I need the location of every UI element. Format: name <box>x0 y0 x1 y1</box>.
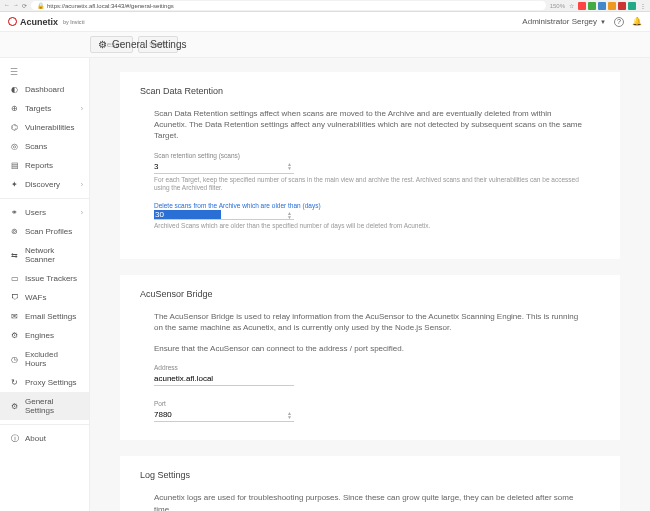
brand-name: Acunetix <box>20 17 58 27</box>
sidebar-item-scans[interactable]: ◎Scans <box>0 137 89 156</box>
sidebar-item-wafs[interactable]: ⛉WAFs <box>0 288 89 307</box>
sidebar-item-label: About <box>25 434 46 443</box>
logs-desc1: Acunetix logs are used for troubleshooti… <box>154 492 586 511</box>
sidebar-item-label: WAFs <box>25 293 46 302</box>
sidebar-item-excluded-hours[interactable]: ◷Excluded Hours <box>0 345 89 373</box>
sidebar-item-engines[interactable]: ⚙Engines <box>0 326 89 345</box>
sidebar-item-users[interactable]: ⚭Users› <box>0 203 89 222</box>
ticket-icon: ▭ <box>10 274 19 283</box>
clock-icon: ◷ <box>10 355 19 364</box>
bridge-addr-input[interactable] <box>154 372 294 386</box>
sidebar-item-email-settings[interactable]: ✉Email Settings <box>0 307 89 326</box>
shield-icon: ⛉ <box>10 293 19 302</box>
card-title: AcuSensor Bridge <box>140 289 600 299</box>
sidebar-item-issue-trackers[interactable]: ▭Issue Trackers <box>0 269 89 288</box>
card-log-settings: Log Settings Acunetix logs are used for … <box>120 456 620 511</box>
info-icon: ⓘ <box>10 434 19 443</box>
star-icon[interactable]: ☆ <box>569 2 574 9</box>
target2-icon: ⊚ <box>10 227 19 236</box>
sidebar-item-label: General Settings <box>25 397 79 415</box>
radar-icon: ◎ <box>10 142 19 151</box>
back-icon[interactable]: ← <box>4 2 10 9</box>
content-area: Scan Data Retention Scan Data Retention … <box>90 58 650 511</box>
bridge-desc1: The AcuSensor Bridge is used to relay in… <box>154 311 586 333</box>
stepper-icon[interactable]: ▲▼ <box>285 162 294 170</box>
gear-icon: ⚙ <box>10 402 19 411</box>
sidebar-item-reports[interactable]: ▤Reports <box>0 156 89 175</box>
browser-chrome: ← → ⟳ 🔒 https://acunetix.afl.local:3443/… <box>0 0 650 12</box>
sidebar-item-label: Dashboard <box>25 85 64 94</box>
sidebar-item-discovery[interactable]: ✦Discovery› <box>0 175 89 194</box>
proxy-icon: ↻ <box>10 378 19 387</box>
reload-icon[interactable]: ⟳ <box>22 2 27 9</box>
help-icon[interactable]: ? <box>614 17 624 27</box>
retention-days-input[interactable] <box>154 210 221 219</box>
gauge-icon: ◐ <box>10 85 19 94</box>
target-icon: ⊕ <box>10 104 19 113</box>
sidebar-item-label: Excluded Hours <box>25 350 79 368</box>
logo[interactable]: Acunetix by Invicti <box>8 17 85 27</box>
sidebar-item-proxy-settings[interactable]: ↻Proxy Settings <box>0 373 89 392</box>
sidebar-item-label: Vulnerabilities <box>25 123 75 132</box>
user-name: Administrator Sergey <box>522 17 597 26</box>
retention-scans-input[interactable] <box>154 160 285 173</box>
sidebar-item-about[interactable]: ⓘAbout <box>0 429 89 448</box>
sidebar-toggle[interactable]: ☰ <box>0 64 89 80</box>
page-header: ⚙ General Settings Reset Save <box>0 32 650 58</box>
sidebar-item-label: Targets <box>25 104 51 113</box>
bell-icon[interactable]: 🔔 <box>632 17 642 26</box>
network-icon: ⇆ <box>10 251 19 260</box>
retention-scans-help: For each Target, keep the specified numb… <box>154 176 586 193</box>
chevron-right-icon: › <box>81 209 83 216</box>
user-menu[interactable]: Administrator Sergey ▼ <box>522 17 606 26</box>
chevron-down-icon: ▼ <box>600 19 606 25</box>
retention-days-label: Delete scans from the Archive which are … <box>154 202 586 209</box>
stepper-icon[interactable]: ▲▼ <box>285 211 294 219</box>
sidebar-item-label: Users <box>25 208 46 217</box>
zoom-level: 150% <box>550 3 565 9</box>
bridge-desc2: Ensure that the AcuSensor can connect to… <box>154 343 586 354</box>
sidebar-item-label: Issue Trackers <box>25 274 77 283</box>
menu-icon[interactable]: ⋮ <box>640 2 646 9</box>
users-icon: ⚭ <box>10 208 19 217</box>
sidebar-item-targets[interactable]: ⊕Targets› <box>0 99 89 118</box>
sidebar-item-dashboard[interactable]: ◐Dashboard <box>0 80 89 99</box>
sidebar-item-label: Email Settings <box>25 312 76 321</box>
mail-icon: ✉ <box>10 312 19 321</box>
extensions <box>578 2 636 10</box>
sidebar-item-label: Scans <box>25 142 47 151</box>
sidebar-item-label: Discovery <box>25 180 60 189</box>
retention-desc: Scan Data Retention settings affect when… <box>154 108 586 142</box>
card-scan-retention: Scan Data Retention Scan Data Retention … <box>120 72 620 259</box>
retention-days-help: Archived Scans which are older than the … <box>154 222 586 230</box>
brand-sub: by Invicti <box>63 19 85 25</box>
chevron-right-icon: › <box>81 181 83 188</box>
topbar: Acunetix by Invicti Administrator Sergey… <box>0 12 650 32</box>
url-text: https://acunetix.afl.local:3443/#/genera… <box>47 3 174 9</box>
sidebar-item-label: Reports <box>25 161 53 170</box>
bridge-addr-label: Address <box>154 364 586 371</box>
compass-icon: ✦ <box>10 180 19 189</box>
sidebar-item-general-settings[interactable]: ⚙General Settings <box>0 392 89 420</box>
sidebar-item-label: Proxy Settings <box>25 378 77 387</box>
logo-mark-icon <box>8 17 17 26</box>
forward-icon[interactable]: → <box>13 2 19 9</box>
sidebar-item-vulnerabilities[interactable]: ⌬Vulnerabilities <box>0 118 89 137</box>
card-acusensor-bridge: AcuSensor Bridge The AcuSensor Bridge is… <box>120 275 620 441</box>
doc-icon: ▤ <box>10 161 19 170</box>
sidebar-item-network-scanner[interactable]: ⇆Network Scanner <box>0 241 89 269</box>
retention-scans-label: Scan retention setting (scans) <box>154 152 586 159</box>
page-title: General Settings <box>112 39 187 50</box>
chevron-right-icon: › <box>81 105 83 112</box>
sidebar-item-label: Network Scanner <box>25 246 79 264</box>
bridge-port-input[interactable] <box>154 408 285 421</box>
sidebar: ☰ ◐Dashboard⊕Targets›⌬Vulnerabilities◎Sc… <box>0 58 90 511</box>
card-title: Log Settings <box>140 470 600 480</box>
url-bar[interactable]: 🔒 https://acunetix.afl.local:3443/#/gene… <box>31 1 546 10</box>
stepper-icon[interactable]: ▲▼ <box>285 411 294 419</box>
sidebar-item-label: Engines <box>25 331 54 340</box>
sidebar-item-scan-profiles[interactable]: ⊚Scan Profiles <box>0 222 89 241</box>
lock-icon: 🔒 <box>37 2 44 9</box>
gear-icon: ⚙ <box>98 39 107 50</box>
card-title: Scan Data Retention <box>140 86 600 96</box>
